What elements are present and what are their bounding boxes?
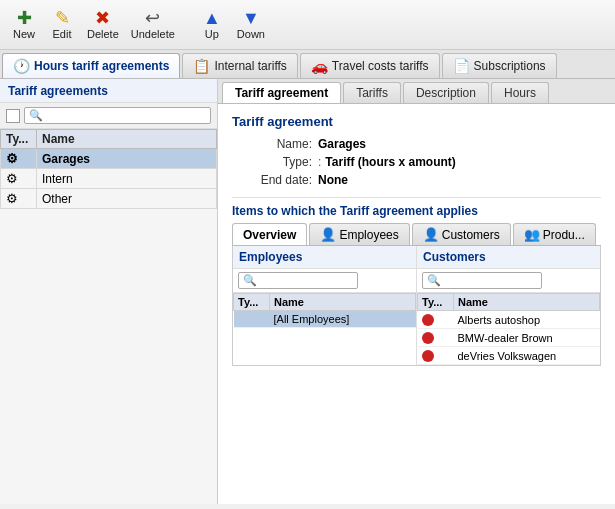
table-row[interactable]: deVries Volkswagen <box>418 347 600 365</box>
tab-description[interactable]: Description <box>403 82 489 103</box>
detail-name-row: Name: Garages <box>232 137 601 151</box>
type-colon: : <box>318 155 321 169</box>
tariff-agreements-table: Ty... Name ⚙ Garages ⚙ Intern ⚙ Other <box>0 129 217 209</box>
row-icon-intern: ⚙ <box>6 171 18 186</box>
employees-table: Ty... Name [All Employees] <box>233 293 416 328</box>
detail-type-label: Type: <box>232 155 312 169</box>
customers-search-box[interactable]: 🔍 <box>422 272 542 289</box>
tab-hours-tariff-label: Hours tariff agreements <box>34 59 169 73</box>
down-button[interactable]: ▼ Down <box>232 6 270 43</box>
undelete-icon: ↩ <box>145 9 160 27</box>
tab-travel-costs[interactable]: 🚗 Travel costs tariffs <box>300 53 440 78</box>
down-label: Down <box>237 28 265 40</box>
tab-tariff-agreement-label: Tariff agreement <box>235 86 328 100</box>
tab-subscriptions[interactable]: 📄 Subscriptions <box>442 53 557 78</box>
items-tab-customers[interactable]: 👤 Customers <box>412 223 511 245</box>
customers-search-input[interactable] <box>443 275 537 287</box>
up-button[interactable]: ▲ Up <box>194 6 230 43</box>
edit-icon: ✎ <box>55 9 70 27</box>
detail-type-value: Tariff (hours x amount) <box>325 155 455 169</box>
cust-row-name-3: deVries Volkswagen <box>454 347 600 365</box>
tab-internal-tariffs[interactable]: 📋 Internal tariffs <box>182 53 297 78</box>
tab-tariff-agreement[interactable]: Tariff agreement <box>222 82 341 103</box>
detail-type-row: Type: : Tariff (hours x amount) <box>232 155 601 169</box>
subscriptions-icon: 📄 <box>453 58 470 74</box>
detail-enddate-row: End date: None <box>232 173 601 187</box>
overview-content: Employees 🔍 Ty... Name <box>232 246 601 366</box>
employees-search-box[interactable]: 🔍 <box>238 272 358 289</box>
table-row[interactable]: ⚙ Garages <box>1 149 217 169</box>
left-panel: Tariff agreements 🔍 Ty... Name ⚙ Garages <box>0 79 218 504</box>
delete-icon: ✖ <box>95 9 110 27</box>
items-tab-customers-label: Customers <box>442 228 500 242</box>
right-panel: Tariff agreement Tariffs Description Hou… <box>218 79 615 504</box>
select-all-checkbox[interactable] <box>6 109 20 123</box>
search-row: 🔍 <box>0 103 217 129</box>
new-icon: ✚ <box>17 9 32 27</box>
employees-column: Employees 🔍 Ty... Name <box>233 246 417 365</box>
cust-row-ty-1 <box>418 311 454 329</box>
employee-icon: 👤 <box>320 227 336 242</box>
detail-section-title: Tariff agreement <box>232 114 601 129</box>
table-row[interactable]: ⚙ Intern <box>1 169 217 189</box>
items-tab-employees[interactable]: 👤 Employees <box>309 223 409 245</box>
tab-hours-tariff[interactable]: 🕐 Hours tariff agreements <box>2 53 180 78</box>
customer-dot-icon <box>422 350 434 362</box>
emp-row-name-all: [All Employees] <box>270 311 416 328</box>
tab-hours-label: Hours <box>504 86 536 100</box>
col-header-name: Name <box>37 130 217 149</box>
tab-tariffs[interactable]: Tariffs <box>343 82 401 103</box>
customer-icon: 👤 <box>423 227 439 242</box>
table-row[interactable]: ⚙ Other <box>1 189 217 209</box>
items-tab-overview-label: Overview <box>243 228 296 242</box>
tab-travel-costs-label: Travel costs tariffs <box>332 59 429 73</box>
left-search-input[interactable] <box>45 110 206 122</box>
up-icon: ▲ <box>203 9 221 27</box>
employees-search-input[interactable] <box>259 275 353 287</box>
new-button[interactable]: ✚ New <box>6 6 42 43</box>
cust-row-name-2: BMW-dealer Brown <box>454 329 600 347</box>
detail-enddate-value: None <box>318 173 348 187</box>
table-row[interactable]: [All Employees] <box>234 311 416 328</box>
items-section: Items to which the Tariff agreement appl… <box>232 197 601 366</box>
customers-search-row: 🔍 <box>417 269 600 293</box>
employees-col-title: Employees <box>233 246 416 269</box>
delete-label: Delete <box>87 28 119 40</box>
customers-table: Ty... Name Alberts autoshop <box>417 293 600 365</box>
row-icon-cell: ⚙ <box>1 169 37 189</box>
row-icon-cell: ⚙ <box>1 189 37 209</box>
hours-tariff-icon: 🕐 <box>13 58 30 74</box>
tab-hours[interactable]: Hours <box>491 82 549 103</box>
customer-dot-icon <box>422 332 434 344</box>
table-row[interactable]: BMW-dealer Brown <box>418 329 600 347</box>
edit-button[interactable]: ✎ Edit <box>44 6 80 43</box>
employees-search-icon: 🔍 <box>243 274 257 287</box>
items-tab-products[interactable]: 👥 Produ... <box>513 223 596 245</box>
left-panel-title: Tariff agreements <box>0 79 217 103</box>
employees-search-row: 🔍 <box>233 269 416 293</box>
items-section-title: Items to which the Tariff agreement appl… <box>232 204 601 218</box>
emp-col-name: Name <box>270 294 416 311</box>
detail-name-label: Name: <box>232 137 312 151</box>
row-icon-garages: ⚙ <box>6 151 18 166</box>
customers-search-icon: 🔍 <box>427 274 441 287</box>
cust-row-ty-3 <box>418 347 454 365</box>
new-label: New <box>13 28 35 40</box>
items-tab-overview[interactable]: Overview <box>232 223 307 245</box>
undelete-button[interactable]: ↩ Undelete <box>126 6 180 43</box>
undelete-label: Undelete <box>131 28 175 40</box>
table-row[interactable]: Alberts autoshop <box>418 311 600 329</box>
internal-tariffs-icon: 📋 <box>193 58 210 74</box>
col-header-ty: Ty... <box>1 130 37 149</box>
row-name-intern: Intern <box>37 169 217 189</box>
items-tab-employees-label: Employees <box>339 228 398 242</box>
row-icon-cell: ⚙ <box>1 149 37 169</box>
search-icon: 🔍 <box>29 109 43 122</box>
delete-button[interactable]: ✖ Delete <box>82 6 124 43</box>
customer-dot-icon <box>422 314 434 326</box>
emp-row-ty <box>234 311 270 328</box>
items-tab-products-label: Produ... <box>543 228 585 242</box>
left-search-box[interactable]: 🔍 <box>24 107 211 124</box>
row-name-other: Other <box>37 189 217 209</box>
cust-col-ty: Ty... <box>418 294 454 311</box>
